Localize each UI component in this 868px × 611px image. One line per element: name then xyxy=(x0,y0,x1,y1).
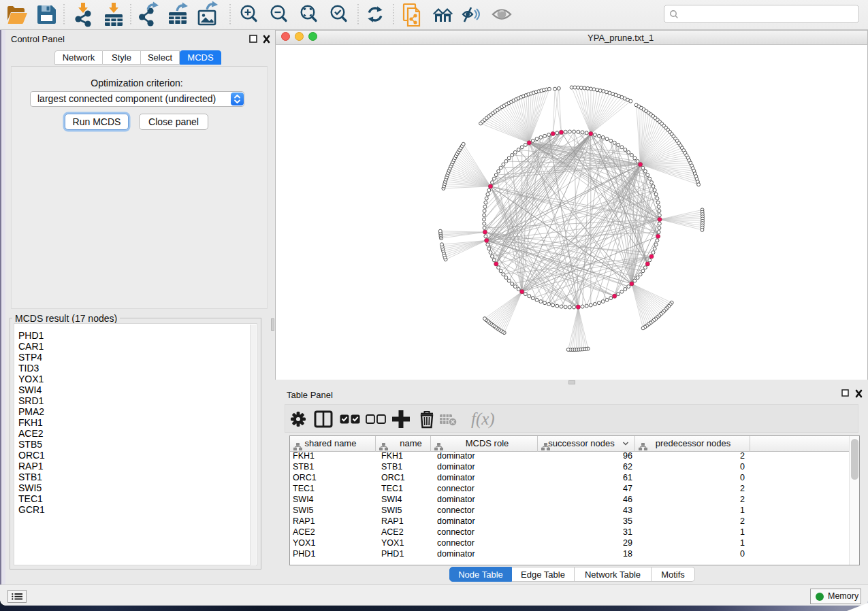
svg-text:f(x): f(x) xyxy=(471,410,495,429)
